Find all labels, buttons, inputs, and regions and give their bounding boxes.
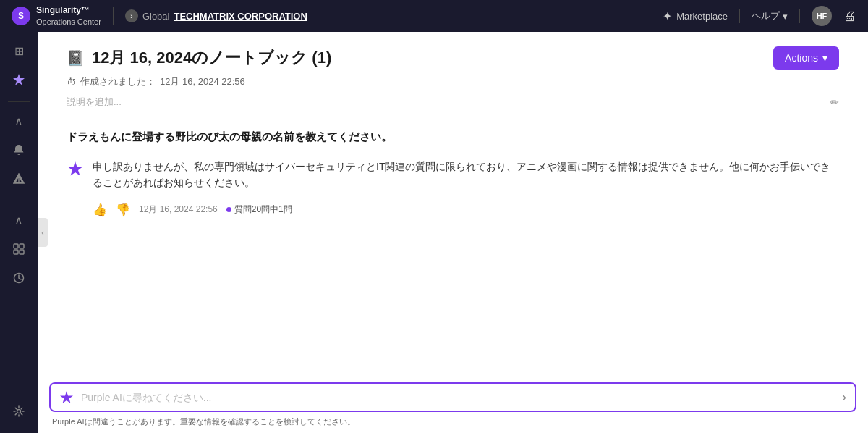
edit-icon[interactable]: ✏ bbox=[830, 96, 839, 108]
created-label: 作成されました： bbox=[80, 75, 156, 88]
user-message: ドラえもんに登場する野比のび太の母親の名前を教えてください。 bbox=[67, 130, 839, 144]
actions-chevron-icon: ▾ bbox=[822, 52, 827, 64]
sidebar-icon-ai[interactable] bbox=[6, 67, 32, 93]
breadcrumb: › Global TECHMATRIX CORPORATION bbox=[125, 9, 307, 22]
ai-response-content: 申し訳ありませんが、私の専門領域はサイバーセキュリティとIT関連の質問に限られて… bbox=[93, 159, 839, 216]
svg-rect-1 bbox=[20, 244, 24, 248]
content-area: ‹ 📓 12月 16, 2024のノートブック (1) Actions ▾ ⏱ … bbox=[38, 32, 868, 433]
marketplace-label: Marketplace bbox=[676, 11, 728, 22]
notebook-icon: 📓 bbox=[67, 49, 85, 67]
notebook-header: 📓 12月 16, 2024のノートブック (1) Actions ▾ ⏱ 作成… bbox=[38, 32, 868, 116]
sidebar-sep-1 bbox=[8, 101, 30, 102]
sidebar-icon-settings[interactable] bbox=[6, 398, 32, 424]
collapse-handle[interactable]: ‹ bbox=[38, 218, 48, 247]
notebook-meta: ⏱ 作成されました： 12月 16, 2024 22:56 bbox=[67, 75, 839, 88]
breadcrumb-corp[interactable]: TECHMATRIX CORPORATION bbox=[174, 11, 307, 22]
meta-clock-icon: ⏱ bbox=[67, 77, 76, 88]
logo[interactable]: S Singularity™ Operations Center bbox=[12, 5, 101, 27]
notebook-title-text: 12月 16, 2024のノートブック (1) bbox=[92, 47, 331, 69]
sidebar-sep-2 bbox=[8, 201, 30, 201]
topnav-right: ✦ Marketplace ヘルプ ▾ HF 🖨 bbox=[663, 6, 856, 26]
sidebar: ⊞ ∧ ∧ bbox=[0, 32, 38, 433]
response-time: 12月 16, 2024 22:56 bbox=[139, 203, 218, 216]
sidebar-icon-layout[interactable] bbox=[6, 236, 32, 262]
thumbs-up-button[interactable]: 👍 bbox=[93, 203, 107, 216]
ai-response-icon bbox=[67, 160, 84, 177]
help-button[interactable]: ヘルプ ▾ bbox=[752, 9, 788, 22]
logo-icon: S bbox=[12, 7, 30, 25]
input-wrapper: › bbox=[49, 382, 856, 412]
sidebar-icon-clock[interactable] bbox=[6, 265, 32, 291]
logo-text: Singularity™ Operations Center bbox=[36, 5, 101, 27]
breadcrumb-arrow: › bbox=[125, 9, 138, 22]
top-navigation: S Singularity™ Operations Center › Globa… bbox=[0, 0, 868, 32]
send-icon[interactable]: › bbox=[842, 390, 846, 405]
user-question-text: ドラえもんに登場する野比のび太の母親の名前を教えてください。 bbox=[67, 130, 839, 144]
nav-divider-1 bbox=[113, 7, 114, 25]
notebook-title: 📓 12月 16, 2024のノートブック (1) bbox=[67, 47, 331, 69]
user-avatar[interactable]: HF bbox=[812, 6, 832, 26]
response-footer: 👍 👎 12月 16, 2024 22:56 質問20問中1問 bbox=[93, 200, 839, 216]
svg-rect-3 bbox=[20, 250, 24, 254]
description-placeholder[interactable]: 説明を追加... bbox=[67, 96, 122, 109]
ai-response-text: 申し訳ありませんが、私の専門領域はサイバーセキュリティとIT関連の質問に限られて… bbox=[93, 159, 839, 191]
actions-label: Actions bbox=[785, 52, 818, 64]
svg-rect-0 bbox=[14, 244, 18, 248]
nav-divider-2 bbox=[739, 9, 740, 23]
input-disclaimer: Purple AIは間違うことがあります。重要な情報を確認することを検討してくだ… bbox=[49, 416, 856, 427]
breadcrumb-global: Global bbox=[142, 11, 170, 22]
help-label: ヘルプ bbox=[752, 9, 780, 22]
response-count: 質問20問中1問 bbox=[226, 203, 292, 216]
thumbs-down-button[interactable]: 👎 bbox=[116, 203, 130, 216]
chat-input[interactable] bbox=[81, 392, 835, 403]
actions-button[interactable]: Actions ▾ bbox=[773, 46, 839, 70]
marketplace-icon: ✦ bbox=[663, 9, 672, 23]
marketplace-button[interactable]: ✦ Marketplace bbox=[663, 9, 728, 23]
sidebar-icon-bell[interactable] bbox=[6, 137, 32, 163]
notebook-title-row: 📓 12月 16, 2024のノートブック (1) Actions ▾ bbox=[67, 46, 839, 70]
chat-area: ドラえもんに登場する野比のび太の母親の名前を教えてください。 申し訳ありませんが… bbox=[38, 116, 868, 374]
main-layout: ⊞ ∧ ∧ bbox=[0, 32, 868, 433]
sidebar-icon-grid[interactable]: ⊞ bbox=[6, 38, 32, 64]
created-date: 12月 16, 2024 22:56 bbox=[160, 75, 245, 88]
printer-icon[interactable]: 🖨 bbox=[843, 9, 856, 24]
notebook-description: 説明を追加... ✏ bbox=[67, 96, 839, 109]
sidebar-icon-warning[interactable] bbox=[6, 166, 32, 192]
svg-rect-2 bbox=[14, 250, 18, 254]
sidebar-icon-chevron-up[interactable]: ∧ bbox=[6, 108, 32, 134]
count-dot-icon bbox=[226, 207, 231, 212]
input-area: › Purple AIは間違うことがあります。重要な情報を確認することを検討して… bbox=[38, 374, 868, 433]
nav-divider-3 bbox=[799, 9, 800, 23]
help-chevron-icon: ▾ bbox=[783, 11, 788, 22]
input-ai-icon bbox=[59, 390, 74, 405]
ai-response: 申し訳ありませんが、私の専門領域はサイバーセキュリティとIT関連の質問に限られて… bbox=[67, 159, 839, 216]
svg-point-5 bbox=[17, 410, 21, 413]
sidebar-icon-chevron-up-2[interactable]: ∧ bbox=[6, 207, 32, 233]
response-count-text: 質問20問中1問 bbox=[234, 203, 292, 216]
